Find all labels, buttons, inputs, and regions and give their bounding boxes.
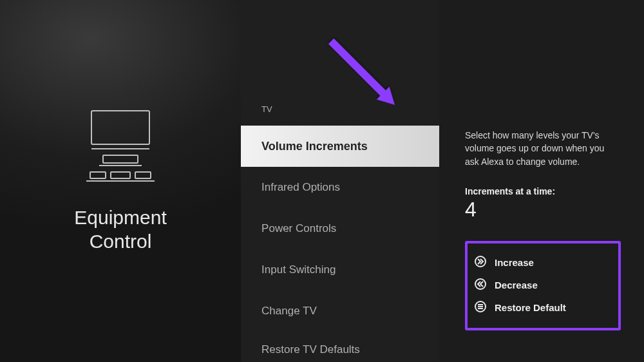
svg-rect-6 — [135, 172, 151, 178]
menu-icon — [474, 300, 487, 315]
section-title-line2: Control — [90, 231, 152, 252]
action-label: Increase — [495, 257, 534, 268]
left-panel: Equipment Control — [0, 0, 241, 362]
menu-item-label: Infrared Options — [261, 181, 340, 194]
menu-item-power-controls[interactable]: Power Controls — [241, 208, 439, 249]
menu-item-label: Restore TV Defaults — [261, 343, 360, 356]
decrease-button[interactable]: Decrease — [474, 274, 612, 296]
menu-item-label: Input Switching — [261, 263, 336, 276]
detail-panel: Select how many levels your TV's volume … — [439, 0, 644, 362]
increments-value: 4 — [465, 198, 621, 222]
increments-label: Increments at a time: — [465, 186, 621, 196]
actions-highlight-box: Increase Decrease Restore Default — [465, 241, 621, 330]
menu-item-label: Change TV — [261, 305, 317, 318]
svg-rect-0 — [91, 111, 149, 144]
menu-item-volume-increments[interactable]: Volume Increments — [241, 126, 439, 167]
menu-item-restore-tv-defaults[interactable]: Restore TV Defaults — [241, 332, 439, 357]
menu-item-input-switching[interactable]: Input Switching — [241, 249, 439, 291]
section-title-line1: Equipment — [74, 207, 166, 228]
rewind-icon — [474, 278, 487, 292]
svg-rect-4 — [90, 172, 106, 178]
svg-rect-2 — [103, 155, 138, 163]
equipment-icon — [85, 109, 156, 186]
increase-button[interactable]: Increase — [474, 251, 612, 274]
menu-panel: TV Volume Increments Infrared Options Po… — [241, 0, 439, 362]
description-text: Select how many levels your TV's volume … — [465, 129, 613, 168]
action-label: Decrease — [495, 280, 538, 291]
menu-item-change-tv[interactable]: Change TV — [241, 291, 439, 332]
restore-default-button[interactable]: Restore Default — [474, 296, 612, 319]
svg-rect-5 — [111, 172, 130, 178]
menu-header: TV — [241, 104, 439, 114]
fast-forward-icon — [474, 255, 487, 270]
menu-item-label: Volume Increments — [261, 140, 368, 153]
menu-item-infrared-options[interactable]: Infrared Options — [241, 167, 439, 208]
action-label: Restore Default — [495, 302, 566, 313]
section-title: Equipment Control — [74, 205, 166, 254]
menu-item-label: Power Controls — [261, 222, 336, 235]
